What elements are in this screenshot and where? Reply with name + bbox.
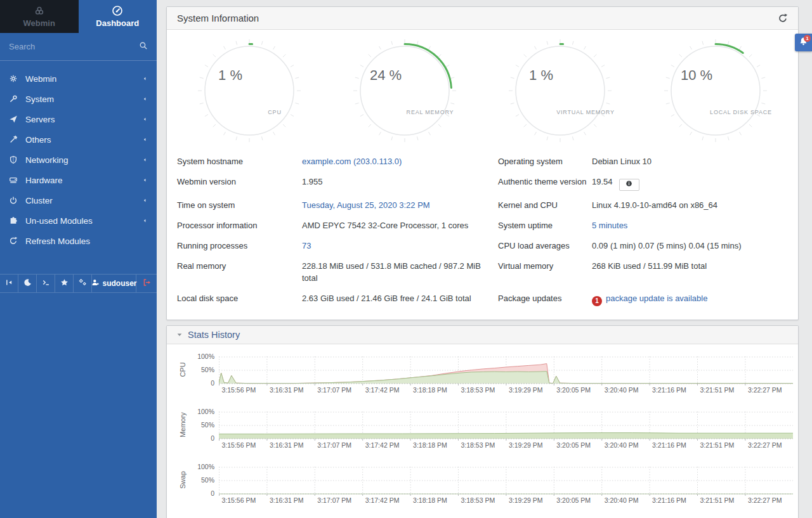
- sidebar-toolbar: sudouser: [0, 274, 157, 293]
- sidebar-item-webmin[interactable]: Webmin: [0, 68, 157, 89]
- stats-history-header[interactable]: Stats History: [167, 326, 798, 344]
- webmin-logo-icon: [34, 5, 45, 16]
- svg-text:3:17:42 PM: 3:17:42 PM: [365, 441, 400, 449]
- gauge-dial: 24 %REAL MEMORY: [344, 34, 466, 145]
- refresh-page-icon[interactable]: [778, 13, 788, 23]
- info-label-authentic-theme-version: Authentic theme version: [498, 172, 592, 195]
- caret-left-icon: [141, 157, 148, 163]
- night-mode-button[interactable]: [18, 275, 37, 292]
- search-icon[interactable]: [139, 41, 148, 53]
- tab-dashboard[interactable]: Dashboard: [79, 0, 157, 33]
- stats-history-title: Stats History: [188, 330, 240, 340]
- terminal-button[interactable]: [37, 275, 55, 292]
- refresh-icon: [9, 236, 25, 245]
- svg-text:3:21:16 PM: 3:21:16 PM: [652, 386, 686, 394]
- svg-text:3:21:16 PM: 3:21:16 PM: [652, 441, 686, 449]
- shield-icon: [9, 155, 25, 164]
- notifications-button[interactable]: 1: [795, 34, 812, 51]
- chart-swap: Swap100%50%03:15:56 PM3:16:31 PM3:17:07 …: [174, 465, 792, 507]
- svg-text:3:16:31 PM: 3:16:31 PM: [270, 441, 304, 449]
- svg-text:10 %: 10 %: [681, 67, 712, 83]
- link-running-processes[interactable]: 73: [302, 241, 311, 250]
- info-value-system-hostname: example.com (203.0.113.0): [302, 152, 498, 172]
- svg-text:3:17:07 PM: 3:17:07 PM: [317, 386, 351, 394]
- link-system-uptime[interactable]: 5 minutes: [592, 221, 627, 230]
- info-value-operating-system: Debian Linux 10: [592, 152, 788, 172]
- svg-text:3:15:56 PM: 3:15:56 PM: [222, 386, 256, 394]
- sidebar-item-cluster[interactable]: Cluster: [0, 190, 157, 210]
- sidebar-menu: WebminSystemServersOthersNetworkingHardw…: [0, 61, 157, 251]
- terminal-icon: [42, 278, 50, 289]
- user-icon: [91, 278, 100, 288]
- tab-webmin[interactable]: Webmin: [0, 0, 79, 33]
- svg-text:1 %: 1 %: [529, 67, 553, 83]
- caret-left-icon: [141, 197, 148, 204]
- main-content: System Information 1 %CPU24 %REAL MEMORY…: [157, 0, 812, 518]
- gear-icon: [9, 74, 25, 83]
- sidebar-item-label: Un-used Modules: [25, 216, 141, 226]
- tools-icon: [9, 135, 25, 144]
- sidebar-item-hardware[interactable]: Hardware: [0, 170, 157, 190]
- svg-text:3:19:29 PM: 3:19:29 PM: [509, 441, 543, 449]
- chart-axis-title-swap: Swap: [174, 465, 191, 495]
- info-label-webmin-version: Webmin version: [177, 172, 302, 195]
- dashboard-gauge-icon: [112, 5, 123, 16]
- current-user-button[interactable]: sudouser: [92, 275, 136, 292]
- info-label-system-hostname: System hostname: [177, 152, 302, 172]
- search-input[interactable]: [9, 42, 139, 51]
- theme-info-button[interactable]: [619, 179, 639, 191]
- svg-text:3:20:40 PM: 3:20:40 PM: [605, 496, 639, 504]
- link-system-hostname[interactable]: example.com (203.0.113.0): [302, 157, 402, 166]
- svg-text:LOCAL DISK SPACE: LOCAL DISK SPACE: [710, 109, 772, 115]
- svg-text:3:17:07 PM: 3:17:07 PM: [317, 496, 351, 504]
- chart-axis-title-memory: Memory: [174, 410, 191, 440]
- info-value-cpu-load-averages: 0.09 (1 min) 0.07 (5 mins) 0.04 (15 mins…: [592, 236, 788, 256]
- caret-left-icon: [141, 116, 148, 122]
- star-icon: [60, 278, 69, 289]
- sidebar-item-system[interactable]: System: [0, 89, 157, 109]
- svg-text:REAL MEMORY: REAL MEMORY: [407, 109, 454, 115]
- link-time-on-system[interactable]: Tuesday, August 25, 2020 3:22 PM: [302, 200, 430, 210]
- info-label-running-processes: Running processes: [177, 236, 302, 256]
- info-label-local-disk-space: Local disk space: [177, 288, 302, 311]
- info-label-time-on-system: Time on system: [177, 195, 302, 216]
- gauge-dial: 10 %LOCAL DISK SPACE: [655, 34, 776, 145]
- sidebar-item-un-used-modules[interactable]: Un-used Modules: [0, 210, 157, 231]
- hdd-icon: [9, 176, 25, 185]
- svg-text:3:18:53 PM: 3:18:53 PM: [461, 441, 495, 449]
- logout-button[interactable]: [136, 275, 157, 292]
- logout-icon: [143, 278, 151, 289]
- chart-yticks: 100%50%0: [191, 465, 219, 495]
- sidebar-item-servers[interactable]: Servers: [0, 109, 157, 129]
- link-package-updates[interactable]: package update is available: [606, 294, 707, 303]
- notification-count-badge: 1: [804, 35, 811, 42]
- chart-axis-title-cpu: CPU: [174, 354, 191, 385]
- sidebar-item-networking[interactable]: Networking: [0, 150, 157, 170]
- info-value-authentic-theme-version: 19.54: [592, 172, 788, 195]
- caret-left-icon: [141, 217, 148, 224]
- svg-text:3:17:07 PM: 3:17:07 PM: [317, 441, 351, 449]
- info-value-real-memory: 228.18 MiB used / 531.8 MiB cached / 987…: [302, 256, 498, 288]
- svg-text:1 %: 1 %: [218, 67, 242, 83]
- tab-dashboard-label: Dashboard: [96, 18, 139, 28]
- svg-text:3:15:56 PM: 3:15:56 PM: [222, 496, 256, 504]
- svg-text:3:20:05 PM: 3:20:05 PM: [556, 386, 591, 394]
- svg-text:3:18:18 PM: 3:18:18 PM: [413, 496, 447, 504]
- collapse-sidebar-button[interactable]: [0, 275, 18, 292]
- svg-text:3:20:05 PM: 3:20:05 PM: [556, 441, 591, 449]
- sidebar-item-label: Servers: [25, 115, 141, 124]
- gauge-real-memory: 24 %REAL MEMORY: [328, 34, 482, 145]
- gauge-dial: 1 %CPU: [188, 34, 310, 145]
- system-information-header: System Information: [167, 7, 798, 30]
- svg-text:3:21:16 PM: 3:21:16 PM: [652, 496, 686, 504]
- info-label-virtual-memory: Virtual memory: [498, 256, 592, 288]
- sidebar-item-others[interactable]: Others: [0, 129, 157, 150]
- theme-settings-button[interactable]: [74, 275, 92, 292]
- gauge-local-disk-space: 10 %LOCAL DISK SPACE: [638, 34, 792, 145]
- current-user-name: sudouser: [103, 279, 137, 288]
- svg-text:3:20:05 PM: 3:20:05 PM: [556, 496, 591, 504]
- favorites-button[interactable]: [55, 275, 74, 292]
- svg-text:CPU: CPU: [268, 109, 282, 115]
- sidebar-item-label: Others: [25, 135, 141, 145]
- sidebar-item-refresh-modules[interactable]: Refresh Modules: [0, 231, 157, 251]
